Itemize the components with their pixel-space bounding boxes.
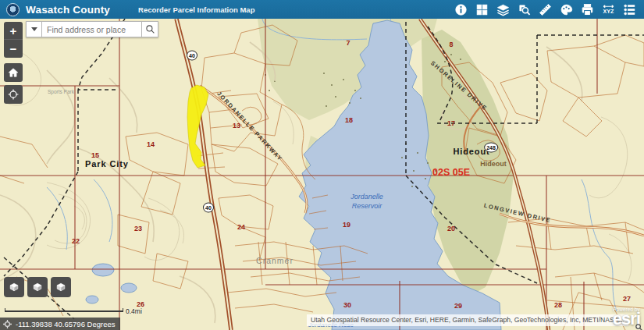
- print-icon[interactable]: [578, 2, 596, 17]
- basemap-grid-icon[interactable]: [473, 2, 490, 17]
- home-button[interactable]: [4, 63, 23, 82]
- app-subtitle: Recorder Parcel Information Map: [138, 5, 254, 14]
- zoom-in-button[interactable]: +: [4, 22, 23, 40]
- search-dropdown-button[interactable]: [26, 21, 41, 37]
- attribution-zoom-icon[interactable]: [635, 321, 643, 329]
- cube-icon: [55, 282, 66, 293]
- county-seal-logo: [6, 3, 20, 16]
- crosshair-icon: [3, 320, 12, 328]
- zoom-out-button[interactable]: −: [4, 40, 23, 58]
- locate-button[interactable]: [4, 85, 23, 104]
- scale-bar: [5, 308, 123, 312]
- info-icon[interactable]: [452, 2, 469, 17]
- legend-icon[interactable]: [621, 2, 638, 17]
- query-icon[interactable]: [515, 2, 532, 17]
- coordinate-readout: -111.39838 40.65796 Degrees: [16, 320, 115, 328]
- measure-icon[interactable]: [536, 2, 553, 17]
- map-canvas[interactable]: Sports ParkPark CityHideoutHideoutCranme…: [0, 19, 644, 330]
- scale-label: 0.4mi: [126, 307, 142, 315]
- cube-tool-button-3[interactable]: [51, 277, 71, 297]
- cube-tool-button-1[interactable]: [4, 277, 24, 297]
- coordinate-bar: -111.39838 40.65796 Degrees: [0, 318, 120, 330]
- draw-icon[interactable]: [557, 2, 575, 17]
- header-toolbar: XYZ: [452, 2, 638, 17]
- cube-tool-button-2[interactable]: [27, 277, 48, 297]
- svg-text:XYZ: XYZ: [603, 9, 614, 15]
- chevron-down-icon: [31, 27, 37, 31]
- zoom-control: + −: [4, 22, 23, 58]
- xyz-icon[interactable]: XYZ: [600, 2, 617, 17]
- locate-icon: [8, 89, 19, 100]
- basemap: [0, 19, 644, 330]
- app-window: Wasatch County Recorder Parcel Informati…: [0, 0, 644, 330]
- search-bar: [26, 21, 158, 37]
- home-icon: [8, 67, 19, 78]
- cube-icon: [32, 282, 43, 293]
- search-input[interactable]: [41, 21, 141, 37]
- app-title: Wasatch County: [26, 4, 110, 16]
- search-icon: [145, 24, 155, 34]
- layers-icon[interactable]: [494, 2, 511, 17]
- map-attribution: Utah Geospatial Resource Center, Esri, H…: [307, 314, 628, 326]
- search-button[interactable]: [141, 21, 158, 37]
- header: Wasatch County Recorder Parcel Informati…: [0, 0, 644, 19]
- cube-icon: [9, 282, 20, 293]
